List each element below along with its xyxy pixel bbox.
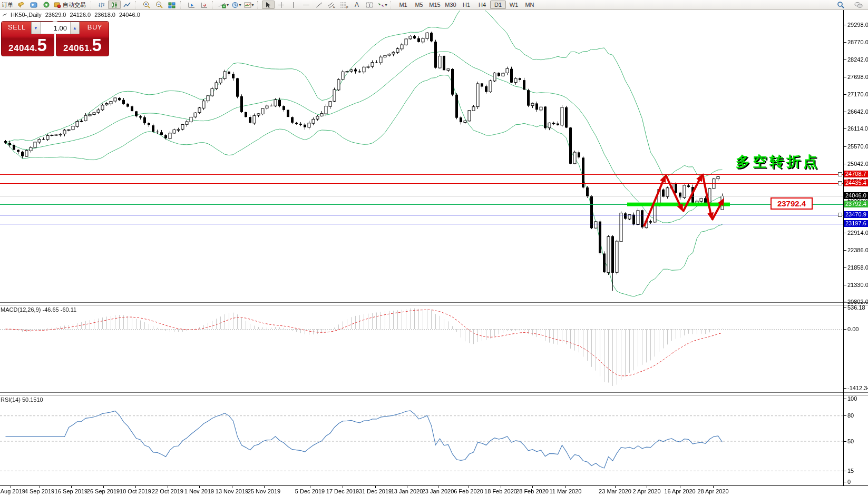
price-badge: 23470.9 <box>844 211 868 218</box>
toolbar-separator <box>91 1 94 8</box>
orders-label[interactable]: 订单 <box>0 1 15 9</box>
toolbar-group-tools: ▾ ▾ ▾ <box>217 0 255 9</box>
price-axis-tick-label: 25570.0 <box>847 143 868 150</box>
crosshair-icon[interactable] <box>275 1 287 9</box>
volume-increase-button[interactable]: ▲ <box>70 22 79 34</box>
price-axis-tick-label: 26114.0 <box>847 125 868 132</box>
volume-input[interactable]: 1.00 <box>41 22 70 34</box>
fibonacci-icon[interactable]: F <box>338 1 350 9</box>
new-order-icon[interactable] <box>15 1 27 9</box>
price-axis-tick <box>844 25 846 25</box>
macd-axis-tick <box>844 307 846 308</box>
timeframe-m15[interactable]: M15 <box>427 1 443 9</box>
date-axis-label: 6 Feb 2020 <box>454 488 483 494</box>
arrow-objects-icon[interactable]: ▾ <box>376 1 388 9</box>
rsi-axis-tick <box>844 415 846 416</box>
date-axis-label: 17 Dec 2019 <box>326 488 359 494</box>
toolbar-separator <box>391 1 394 8</box>
period-clock-icon[interactable]: ▾ <box>230 1 242 9</box>
date-axis-label: 26 Sep 2019 <box>87 488 120 494</box>
cursor-icon[interactable] <box>262 1 275 9</box>
date-axis-label: 11 Mar 2020 <box>550 488 582 494</box>
timeframe-h1[interactable]: H1 <box>459 1 474 9</box>
one-click-trading-panel: SELL 24044.5 BUY 24061.5 ▼ 1.00 ▲ <box>1 21 108 55</box>
toolbar-group-charttype <box>95 0 133 9</box>
rsi-axis-tick-label: 0 <box>847 479 851 485</box>
text-icon[interactable]: A <box>350 1 363 9</box>
timeframe-w1[interactable]: W1 <box>506 1 522 9</box>
toolbar-group-zoom <box>140 0 178 9</box>
timeframe-m1[interactable]: M1 <box>395 1 411 9</box>
line-drag-handle[interactable] <box>838 213 842 217</box>
price-axis-tick-label: 25042.0 <box>847 161 868 167</box>
auto-scroll-icon[interactable] <box>198 1 210 9</box>
bar-chart-icon[interactable] <box>95 1 108 9</box>
market-watch-icon[interactable] <box>27 1 40 9</box>
macd-axis-tick-label: 0.00 <box>847 326 859 332</box>
autotrading-button[interactable]: 自动交易 <box>53 1 89 9</box>
toolbar-group-objects: E F A T ▾ <box>262 0 388 9</box>
price-axis-tick-label: 21858.0 <box>847 264 868 271</box>
line-chart-icon[interactable] <box>121 1 133 9</box>
price-level-box[interactable]: 23792.4 <box>771 197 813 210</box>
chart-text-annotation[interactable]: 多空转折点 <box>736 152 820 171</box>
chart-canvas[interactable] <box>0 0 868 496</box>
bar-open: 23629.0 <box>45 12 66 18</box>
dropdown-caret-icon: ▾ <box>227 3 229 7</box>
tile-windows-icon[interactable] <box>165 1 178 9</box>
candlestick-chart-icon[interactable] <box>108 1 121 9</box>
dropdown-caret-icon: ▾ <box>385 3 387 7</box>
date-axis-border <box>0 485 868 486</box>
timeframe-d1[interactable]: D1 <box>490 1 506 9</box>
price-axis-tick-label: 29298.0 <box>847 22 868 28</box>
date-axis-label: 31 Dec 2019 <box>359 488 392 494</box>
timeframe-h4[interactable]: H4 <box>474 1 490 9</box>
dropdown-caret-icon: ▾ <box>239 3 241 7</box>
volume-decrease-button[interactable]: ▼ <box>32 22 41 34</box>
price-axis-border <box>843 10 844 485</box>
rsi-axis-tick-label: 50 <box>847 438 854 444</box>
line-drag-handle[interactable] <box>838 172 842 176</box>
search-icon[interactable] <box>834 1 847 9</box>
trendline-icon[interactable] <box>313 1 325 9</box>
chat-icon[interactable] <box>852 1 865 9</box>
zoom-out-icon[interactable] <box>153 1 165 9</box>
date-axis-label: 18 Feb 2020 <box>484 488 517 494</box>
pane-separator[interactable] <box>0 302 868 305</box>
price-axis-tick <box>844 146 846 147</box>
svg-text:E: E <box>333 5 335 8</box>
timeframe-m30[interactable]: M30 <box>443 1 459 9</box>
price-axis-tick-label: 26642.0 <box>847 108 868 115</box>
date-axis-label: 28 Apr 2020 <box>697 488 728 494</box>
chart-shift-icon[interactable] <box>185 1 198 9</box>
macd-axis-tick-label: -1412.34 <box>847 385 868 391</box>
svg-text:F: F <box>346 6 348 8</box>
timeframe-group: M1M5M15M30H1H4D1W1MN <box>395 0 538 9</box>
text-label-icon[interactable]: T <box>363 1 376 9</box>
line-drag-handle[interactable] <box>838 181 842 185</box>
rsi-axis-tick <box>844 441 846 442</box>
equidistant-channel-icon[interactable]: E <box>325 1 338 9</box>
timeframe-mn[interactable]: MN <box>522 1 538 9</box>
toolbar-separator <box>212 1 216 8</box>
macd-axis-tick <box>844 329 846 330</box>
pane-separator[interactable] <box>0 392 868 395</box>
symbol-info-line: HK50-,Daily 23629.0 24126.0 23618.0 2404… <box>2 12 140 18</box>
template-icon[interactable]: ▾ <box>242 1 255 9</box>
price-axis-tick <box>844 77 846 77</box>
price-axis-tick <box>844 285 846 285</box>
price-badge: 23197.6 <box>844 220 868 227</box>
price-axis-tick-label: 28242.0 <box>847 56 868 63</box>
timeframe-m5[interactable]: M5 <box>411 1 427 9</box>
add-indicator-icon[interactable]: ▾ <box>217 1 230 9</box>
date-axis-label: 22 Oct 2019 <box>152 488 183 494</box>
date-axis-label: 16 Sep 2019 <box>55 488 87 494</box>
date-axis-label: 13 Nov 2019 <box>216 488 248 494</box>
date-axis-label: 4 Sep 2019 <box>25 488 54 494</box>
date-axis-label: 23 Jan 2020 <box>422 488 454 494</box>
vertical-line-icon[interactable] <box>287 1 300 9</box>
volume-box: ▼ 1.00 ▲ <box>31 22 80 34</box>
signals-icon[interactable] <box>40 1 53 9</box>
zoom-in-icon[interactable] <box>140 1 153 9</box>
horizontal-line-icon[interactable] <box>300 1 313 9</box>
